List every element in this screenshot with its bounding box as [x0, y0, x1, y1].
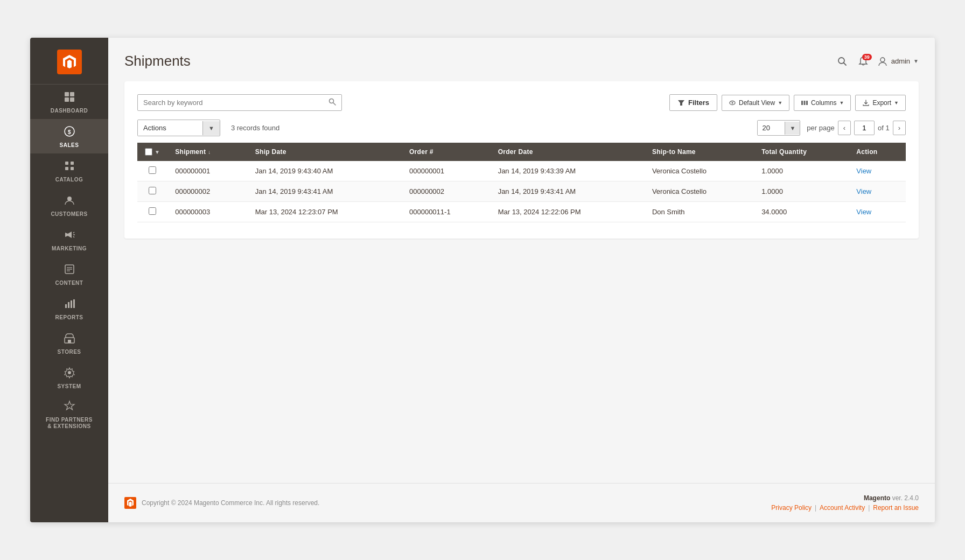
- eye-icon: [729, 99, 736, 107]
- svg-marker-33: [678, 100, 684, 106]
- admin-user-menu[interactable]: admin ▼: [877, 56, 919, 67]
- search-input[interactable]: [143, 99, 328, 107]
- select-all-checkbox[interactable]: [145, 148, 152, 156]
- export-button[interactable]: Export ▼: [855, 95, 906, 111]
- row-checkbox-cell: [137, 181, 167, 202]
- row-action: View: [849, 181, 906, 202]
- footer-logo-icon: [124, 497, 136, 509]
- footer-left: Copyright © 2024 Magento Commerce Inc. A…: [124, 497, 319, 509]
- sidebar-item-marketing[interactable]: MARKETING: [30, 222, 108, 257]
- svg-rect-38: [806, 101, 808, 105]
- table-header-order-date[interactable]: Order Date: [491, 143, 645, 161]
- row-shipment: 000000003: [167, 202, 248, 222]
- sidebar-item-label: REPORTS: [55, 314, 83, 320]
- view-link[interactable]: View: [856, 167, 871, 175]
- actions-dropdown-button[interactable]: ▼: [202, 121, 220, 135]
- sort-icon: ↓: [208, 149, 211, 155]
- sidebar-item-stores[interactable]: STORES: [30, 326, 108, 360]
- notification-button[interactable]: 39: [858, 56, 869, 67]
- row-ship-date: Jan 14, 2019 9:43:40 AM: [248, 161, 402, 181]
- row-total-qty: 1.0000: [754, 181, 849, 202]
- row-checkbox[interactable]: [149, 207, 156, 215]
- row-checkbox[interactable]: [149, 187, 156, 194]
- view-dropdown-icon: ▼: [778, 100, 782, 106]
- row-order-num: 000000001: [402, 161, 491, 181]
- svg-point-30: [880, 58, 885, 62]
- row-order-num: 000000002: [402, 181, 491, 202]
- sidebar-item-system[interactable]: SYSTEM: [30, 360, 108, 395]
- row-order-date: Jan 14, 2019 9:43:41 AM: [491, 181, 645, 202]
- pagination-prev-button[interactable]: ‹: [838, 121, 851, 135]
- per-page-label: per page: [807, 124, 834, 132]
- columns-button[interactable]: Columns ▼: [794, 95, 851, 111]
- footer-right: Magento ver. 2.4.0 Privacy Policy | Acco…: [771, 494, 919, 512]
- svg-rect-10: [71, 167, 74, 170]
- per-page-dropdown-button[interactable]: ▼: [785, 122, 800, 135]
- checkbox-dropdown-arrow[interactable]: ▼: [155, 149, 160, 155]
- table-header-shipment[interactable]: Shipment ↓: [167, 143, 248, 161]
- view-link[interactable]: View: [856, 208, 871, 216]
- sidebar-item-content[interactable]: CONTENT: [30, 257, 108, 291]
- sidebar-item-dashboard[interactable]: DASHBOARD: [30, 85, 108, 119]
- report-issue-link[interactable]: Report an Issue: [873, 504, 919, 512]
- svg-rect-37: [804, 101, 806, 105]
- search-box-icon[interactable]: [328, 98, 336, 107]
- row-checkbox-cell: [137, 161, 167, 181]
- sidebar-item-label: CUSTOMERS: [51, 211, 87, 217]
- svg-rect-1: [65, 92, 69, 96]
- svg-point-26: [68, 371, 71, 374]
- table-header-action: Action: [849, 143, 906, 161]
- table-body: 000000001 Jan 14, 2019 9:43:40 AM 000000…: [137, 161, 906, 222]
- sidebar-item-label: CONTENT: [55, 280, 83, 286]
- view-button[interactable]: Default View ▼: [722, 95, 789, 111]
- row-ship-date: Mar 13, 2024 12:23:07 PM: [248, 202, 402, 222]
- table-header-ship-to[interactable]: Ship-to Name: [645, 143, 754, 161]
- page-title: Shipments: [124, 53, 191, 69]
- sidebar-item-reports[interactable]: REPORTS: [30, 291, 108, 326]
- row-order-date: Jan 14, 2019 9:43:39 AM: [491, 161, 645, 181]
- pagination-next-button[interactable]: ›: [893, 121, 906, 135]
- per-page-select[interactable]: 20 30 50 100 200: [758, 121, 785, 135]
- row-checkbox[interactable]: [149, 166, 156, 174]
- svg-rect-2: [70, 92, 74, 96]
- table-row: 000000002 Jan 14, 2019 9:43:41 AM 000000…: [137, 181, 906, 202]
- filters-button[interactable]: Filters: [669, 94, 717, 111]
- user-icon: [877, 56, 888, 67]
- row-ship-to: Veronica Costello: [645, 161, 754, 181]
- row-order-num: 000000011-1: [402, 202, 491, 222]
- svg-rect-9: [65, 167, 68, 170]
- actions-select[interactable]: Actions: [138, 120, 202, 136]
- table-header-checkbox-col: ▼: [137, 143, 167, 161]
- table-header-order-num[interactable]: Order #: [402, 143, 491, 161]
- svg-point-31: [330, 99, 334, 103]
- sidebar-item-label: STORES: [58, 349, 81, 355]
- sidebar-item-label: CATALOG: [55, 177, 83, 183]
- table-row: 000000001 Jan 14, 2019 9:43:40 AM 000000…: [137, 161, 906, 181]
- privacy-policy-link[interactable]: Privacy Policy: [771, 504, 812, 512]
- export-label: Export: [872, 99, 891, 107]
- table-row: 000000003 Mar 13, 2024 12:23:07 PM 00000…: [137, 202, 906, 222]
- page-footer: Copyright © 2024 Magento Commerce Inc. A…: [108, 483, 935, 522]
- pagination-page-input[interactable]: [854, 121, 875, 135]
- sidebar-navigation: DASHBOARD $ SALES CATALOG CUSTOMERS: [30, 85, 108, 435]
- search-header-button[interactable]: [835, 54, 849, 68]
- sidebar-item-customers[interactable]: CUSTOMERS: [30, 188, 108, 222]
- shipments-table: ▼ Shipment ↓ Ship Date Order #: [137, 143, 906, 222]
- row-action: View: [849, 161, 906, 181]
- table-header-ship-date[interactable]: Ship Date: [248, 143, 402, 161]
- table-header-total-qty[interactable]: Total Quantity: [754, 143, 849, 161]
- view-link[interactable]: View: [856, 187, 871, 195]
- account-activity-link[interactable]: Account Activity: [820, 504, 865, 512]
- footer-copyright: Copyright © 2024 Magento Commerce Inc. A…: [142, 499, 319, 507]
- svg-rect-7: [65, 162, 68, 165]
- system-icon: [64, 367, 75, 381]
- row-total-qty: 1.0000: [754, 161, 849, 181]
- svg-text:$: $: [67, 129, 71, 135]
- svg-line-15: [73, 236, 74, 237]
- sidebar-item-sales[interactable]: $ SALES: [30, 119, 108, 153]
- shipments-panel: Filters Default View ▼: [124, 81, 919, 239]
- sidebar-item-catalog[interactable]: CATALOG: [30, 153, 108, 188]
- filter-icon: [677, 99, 685, 107]
- sidebar-item-partners[interactable]: FIND PARTNERS& EXTENSIONS: [30, 395, 108, 435]
- stores-icon: [64, 332, 75, 347]
